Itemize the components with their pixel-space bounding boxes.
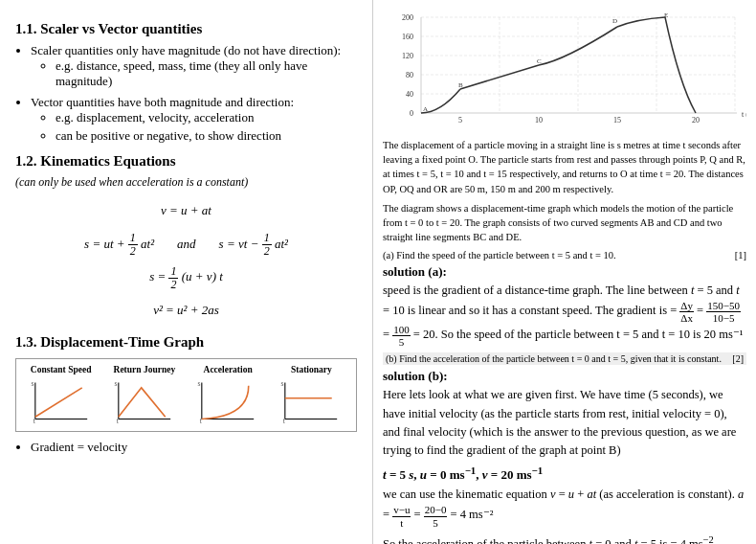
graph-label-0: Constant Speed [31, 365, 92, 374]
list-item: e.g. displacement, velocity, acceleratio… [56, 110, 357, 125]
chart-svg: 0 40 80 120 160 200 5 10 15 20 t (s) A [383, 8, 746, 132]
part-b-marks: [2] [732, 353, 744, 364]
sol-a-frac3: 100 5 [392, 324, 411, 348]
list-item: e.g. distance, speed, mass, time (they a… [56, 58, 357, 89]
section2-title: 1.2. Kinematics Equations [15, 153, 357, 170]
part-b-text: (b) Find the acceleration of the particl… [386, 353, 722, 364]
graph-svg-2: t s [194, 377, 261, 425]
svg-text:20: 20 [692, 116, 700, 125]
graph-constant-speed: Constant Speed t s [22, 365, 100, 425]
diagram-text: The diagram shows a displacement-time gr… [383, 201, 746, 245]
eq2: s = ut + 1 2 at² [84, 231, 154, 259]
sol-b-final: So the acceleration of the particle betw… [383, 533, 746, 544]
graph-acceleration: Acceleration t s [189, 365, 267, 425]
part-a-label: (a) Find the speed of the particle betwe… [383, 250, 746, 261]
graph-svg-1: t s [111, 377, 178, 425]
gradient-item: Gradient = velocity [31, 440, 357, 455]
sol-a-result: = 20. So the speed of the particle betwe… [413, 329, 744, 342]
eq1: v = u + at [161, 197, 211, 225]
svg-text:160: 160 [402, 33, 413, 41]
sol-b-eq: = [414, 509, 424, 522]
graph-label-2: Acceleration [204, 365, 253, 374]
sol-b-body1: Here lets look at what we are given firs… [383, 386, 746, 461]
sol-b-body2: we can use the kinematic equation v = u … [383, 486, 746, 529]
eq4: s = 1 2 (u + v) t [149, 263, 223, 291]
part-b-label: (b) Find the acceleration of the particl… [383, 352, 746, 365]
eq3: s = vt − 1 2 at² [219, 231, 288, 259]
graph-return: Return Journey t s [105, 365, 183, 425]
sol-b-frac1: v−u t [392, 504, 411, 528]
sol-a-heading: solution (a): [383, 264, 746, 280]
gradient-text: Gradient = velocity [31, 440, 127, 454]
svg-text:0: 0 [410, 109, 413, 118]
section1-list: Scaler quantities only have magnitude (d… [31, 43, 357, 144]
svg-text:10: 10 [535, 116, 543, 125]
part-a-text: (a) Find the speed of the particle betwe… [383, 250, 616, 261]
svg-text:B: B [458, 81, 463, 89]
svg-text:s: s [281, 378, 284, 387]
gradient-list: Gradient = velocity [31, 440, 357, 455]
sol-a-frac1: Δy Δx [679, 300, 694, 324]
sol-b-bold-eq: t = 5 s, u = 0 ms−1, v = 20 ms−1 [383, 465, 746, 483]
svg-line-2 [34, 387, 81, 416]
sol-b-heading: solution (b): [383, 369, 746, 384]
sol-a-frac2: 150−50 10−5 [706, 300, 741, 324]
list-item: Vector quantities have both magnitude an… [31, 95, 357, 144]
svg-text:t (s): t (s) [742, 110, 746, 119]
section1-title: 1.1. Scaler vs Vector quantities [15, 21, 357, 37]
part-a-marks: [1] [735, 250, 746, 261]
svg-text:s: s [31, 378, 33, 387]
sol-a-body: speed is the gradient of a distance-time… [383, 282, 746, 349]
svg-text:C: C [537, 57, 542, 65]
svg-text:s: s [114, 378, 117, 387]
equations-block: v = u + at s = ut + 1 2 at² and s = vt −… [15, 197, 357, 325]
section-3: 1.3. Displacement-Time Graph Constant Sp… [15, 334, 357, 455]
section-1: 1.1. Scaler vs Vector quantities Scaler … [15, 21, 357, 144]
graph-svg-3: t s [278, 377, 345, 425]
section-2: 1.2. Kinematics Equations (can only be u… [15, 153, 357, 325]
eq5: v² = u² + 2as [153, 297, 219, 325]
sol-b-frac2: 20−0 5 [424, 504, 448, 528]
right-panel: 0 40 80 120 160 200 5 10 15 20 t (s) A [373, 0, 756, 544]
svg-text:E: E [664, 11, 668, 19]
graph-label-3: Stationary [291, 365, 332, 374]
graphs-row: Constant Speed t s Return Journey t s [15, 358, 357, 432]
sol-a-eq1: = [697, 304, 706, 317]
sol-b-result: = 4 ms⁻² [451, 509, 494, 522]
svg-text:5: 5 [458, 116, 462, 125]
svg-text:s: s [198, 378, 201, 387]
svg-text:15: 15 [613, 116, 621, 125]
svg-text:D: D [612, 17, 617, 25]
chart-area: 0 40 80 120 160 200 5 10 15 20 t (s) A [383, 8, 746, 132]
graph-svg-0: t s [28, 377, 95, 425]
problem-text: The displacement of a particle moving in… [383, 138, 746, 196]
section3-title: 1.3. Displacement-Time Graph [15, 334, 357, 351]
graph-label-1: Return Journey [114, 365, 176, 374]
svg-text:40: 40 [406, 90, 413, 99]
left-panel: 1.1. Scaler vs Vector quantities Scaler … [0, 0, 373, 544]
graph-stationary: Stationary t s [273, 365, 350, 425]
svg-text:80: 80 [406, 71, 413, 79]
list-item: can be positive or negative, to show dir… [56, 128, 357, 144]
svg-text:120: 120 [402, 52, 413, 60]
svg-text:A: A [423, 105, 428, 113]
can-only-text: (can only be used when acceleration is a… [15, 175, 357, 190]
sol-a-eq2: = [383, 329, 392, 342]
list-item: Scaler quantities only have magnitude (d… [31, 43, 357, 89]
and-label: and [177, 231, 196, 259]
svg-text:200: 200 [402, 13, 413, 22]
